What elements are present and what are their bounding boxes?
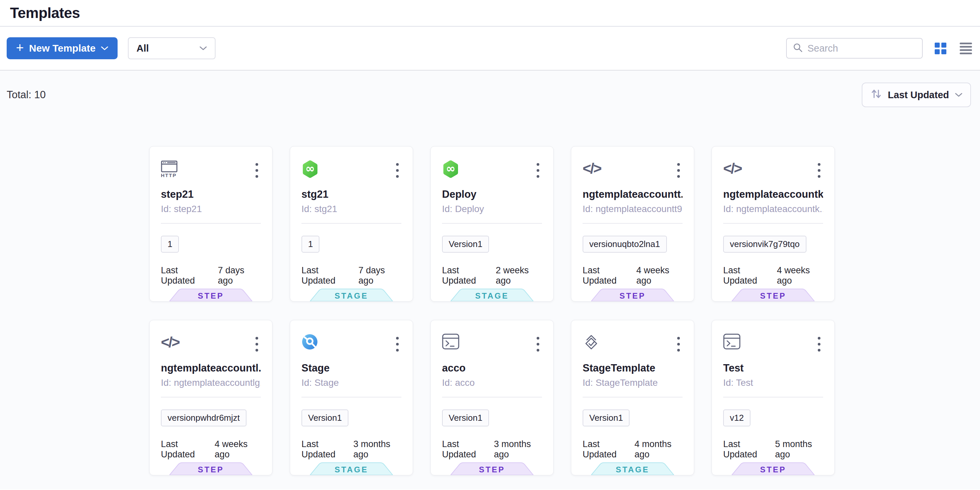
sort-label: Last Updated bbox=[888, 90, 949, 100]
plus-icon: + bbox=[16, 41, 24, 54]
cd-hexagon-icon: ∞ bbox=[442, 160, 459, 178]
template-id: Id: acco bbox=[442, 377, 542, 388]
template-card[interactable]: acco Id: acco Version1 Last Updated 3 mo… bbox=[430, 320, 554, 475]
card-menu-button[interactable] bbox=[675, 334, 682, 354]
code-icon: </> bbox=[582, 160, 601, 177]
template-name: StageTemplate bbox=[582, 362, 682, 374]
last-updated-label: Last Updated bbox=[723, 265, 772, 286]
card-menu-button[interactable] bbox=[253, 160, 261, 181]
template-id: Id: stg21 bbox=[301, 204, 401, 214]
badge-label: STEP bbox=[169, 465, 253, 474]
template-name: Deploy bbox=[442, 189, 542, 200]
badge-label: STAGE bbox=[310, 291, 393, 301]
card-menu-button[interactable] bbox=[534, 160, 542, 181]
last-updated-label: Last Updated bbox=[161, 265, 213, 286]
code-icon: </> bbox=[723, 160, 741, 177]
type-badge: STAGE bbox=[591, 462, 674, 475]
templates-content: Total: 10 Last Updated HTTP step21 Id: s… bbox=[0, 71, 980, 489]
last-updated-label: Last Updated bbox=[301, 265, 354, 286]
card-menu-button[interactable] bbox=[815, 160, 823, 181]
version-chip: v12 bbox=[723, 409, 751, 427]
badge-label: STEP bbox=[591, 291, 674, 301]
page-header: Templates bbox=[0, 0, 980, 27]
type-badge: STEP bbox=[732, 289, 815, 301]
search-box[interactable] bbox=[786, 38, 923, 59]
version-chip: 1 bbox=[161, 236, 179, 253]
stage-check-icon bbox=[582, 333, 600, 351]
template-card[interactable]: Test Id: Test v12 Last Updated 5 months … bbox=[711, 320, 835, 475]
new-template-button[interactable]: + New Template bbox=[7, 37, 118, 59]
custom-stage-icon bbox=[301, 333, 318, 350]
template-id: Id: ngtemplateaccountk... bbox=[723, 204, 823, 214]
template-card[interactable]: StageTemplate Id: StageTemplate Version1… bbox=[571, 320, 694, 475]
template-name: Test bbox=[723, 362, 823, 374]
cd-hexagon-icon: ∞ bbox=[301, 160, 319, 178]
type-badge: STEP bbox=[591, 289, 674, 301]
type-badge: STEP bbox=[732, 462, 815, 475]
total-count: Total: 10 bbox=[7, 89, 46, 101]
version-chip: Version1 bbox=[582, 409, 630, 427]
template-name: step21 bbox=[161, 189, 261, 200]
last-updated-label: Last Updated bbox=[442, 265, 491, 286]
list-view-icon bbox=[960, 43, 972, 54]
http-icon: HTTP bbox=[161, 160, 178, 178]
template-id: Id: StageTemplate bbox=[582, 377, 682, 388]
badge-label: STAGE bbox=[450, 291, 534, 301]
template-grid: HTTP step21 Id: step21 1 Last Updated 7 … bbox=[149, 146, 835, 475]
template-type-filter[interactable]: All bbox=[128, 37, 216, 59]
last-updated-label: Last Updated bbox=[582, 265, 632, 286]
template-name: ngtemplateaccountt... bbox=[582, 189, 682, 200]
last-updated-label: Last Updated bbox=[582, 439, 630, 460]
template-id: Id: Deploy bbox=[442, 204, 542, 214]
card-menu-button[interactable] bbox=[675, 160, 682, 181]
new-template-label: New Template bbox=[29, 43, 95, 54]
grid-view-button[interactable] bbox=[933, 41, 948, 56]
badge-label: STEP bbox=[732, 291, 815, 301]
template-name: ngtemplateaccountl... bbox=[161, 362, 261, 374]
last-updated-label: Last Updated bbox=[161, 439, 210, 460]
type-badge: STEP bbox=[169, 462, 253, 475]
card-menu-button[interactable] bbox=[253, 334, 261, 354]
last-updated-value: 4 months ago bbox=[635, 439, 682, 460]
template-card[interactable]: ∞ Deploy Id: Deploy Version1 Last Update… bbox=[430, 146, 554, 301]
svg-text:∞: ∞ bbox=[305, 162, 315, 175]
template-card[interactable]: ∞ stg21 Id: stg21 1 Last Updated 7 days … bbox=[290, 146, 413, 301]
last-updated-value: 7 days ago bbox=[358, 265, 401, 286]
template-id: Id: Test bbox=[723, 377, 823, 388]
last-updated-label: Last Updated bbox=[301, 439, 349, 460]
card-menu-button[interactable] bbox=[815, 334, 823, 354]
version-chip: versionvik7g79tqo bbox=[723, 236, 807, 253]
version-chip: versionuqbto2lna1 bbox=[582, 236, 667, 253]
chevron-down-icon bbox=[101, 46, 108, 51]
page-title: Templates bbox=[10, 5, 80, 21]
template-id: Id: step21 bbox=[161, 204, 261, 214]
card-menu-button[interactable] bbox=[393, 160, 401, 181]
template-card[interactable]: </> ngtemplateaccountl... Id: ngtemplate… bbox=[149, 320, 272, 475]
template-card[interactable]: </> ngtemplateaccountk... Id: ngtemplate… bbox=[711, 146, 835, 301]
card-menu-button[interactable] bbox=[393, 334, 401, 354]
template-card[interactable]: HTTP step21 Id: step21 1 Last Updated 7 … bbox=[149, 146, 272, 301]
last-updated-value: 4 weeks ago bbox=[777, 265, 823, 286]
type-badge: STAGE bbox=[310, 462, 393, 475]
filter-value: All bbox=[137, 43, 149, 54]
template-id: Id: Stage bbox=[301, 377, 401, 388]
last-updated-value: 4 weeks ago bbox=[636, 265, 682, 286]
chevron-down-icon bbox=[199, 46, 207, 51]
search-input[interactable] bbox=[807, 43, 916, 54]
badge-label: STAGE bbox=[591, 465, 674, 474]
version-chip: versionpwhdr6mjzt bbox=[161, 409, 247, 427]
badge-label: STAGE bbox=[310, 465, 393, 474]
list-view-button[interactable] bbox=[958, 41, 973, 56]
last-updated-value: 3 months ago bbox=[353, 439, 401, 460]
toolbar: + New Template All bbox=[0, 27, 980, 71]
template-card[interactable]: Stage Id: Stage Version1 Last Updated 3 … bbox=[290, 320, 413, 475]
card-menu-button[interactable] bbox=[534, 334, 542, 354]
template-card[interactable]: </> ngtemplateaccountt... Id: ngtemplate… bbox=[571, 146, 694, 301]
template-name: ngtemplateaccountk... bbox=[723, 189, 823, 200]
sort-dropdown[interactable]: Last Updated bbox=[862, 82, 971, 107]
toolbar-right bbox=[786, 38, 973, 59]
svg-text:HTTP: HTTP bbox=[161, 173, 177, 178]
last-updated-label: Last Updated bbox=[442, 439, 489, 460]
terminal-icon bbox=[723, 333, 740, 349]
last-updated-value: 4 weeks ago bbox=[215, 439, 261, 460]
